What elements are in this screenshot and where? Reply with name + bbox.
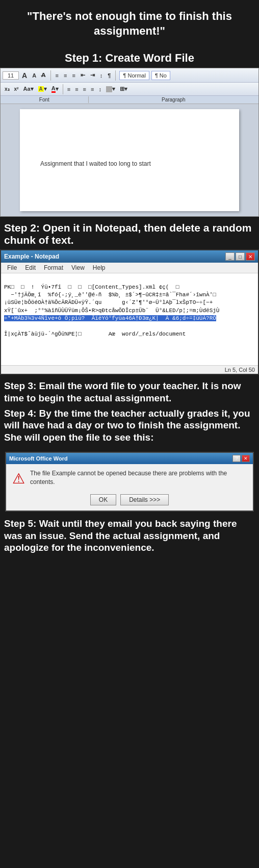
word-content-text: Assignment that I waited too long to sta… (40, 160, 219, 167)
ribbon-row2: x₂ x² Aa▾ A▾ A▾ ≡ ≡ ≡ ≡ ↕ ▾ ⊞▾ (1, 83, 258, 96)
error-body: ⚠ The file Example cannot be opened beca… (6, 464, 253, 492)
font-color-icon[interactable]: A▾ (49, 85, 61, 93)
numbering-icon[interactable]: ≡ (62, 72, 69, 79)
help-menu[interactable]: Help (89, 264, 110, 272)
step1-label: Step 1: Create Word File (0, 43, 259, 68)
error-titlebar: Microsoft Office Word ? ✕ (6, 453, 253, 464)
view-menu[interactable]: View (67, 264, 89, 272)
format-clear-icon[interactable]: A̶ (39, 71, 48, 79)
word-window: 11 A A A̶ ≡ ≡ ≡ ⇤ ⇥ ↕ ¶ ¶ Normal ¶ No x₂… (0, 68, 259, 217)
show-marks-icon[interactable]: ¶ (106, 72, 113, 79)
notepad-menubar: File Edit Format View Help (1, 263, 258, 273)
error-close-button[interactable]: ✕ (242, 455, 250, 462)
error-help-button[interactable]: ? (232, 455, 241, 462)
error-message: The file Example cannot be opened becaus… (30, 469, 247, 487)
justify-icon[interactable]: ≡ (89, 86, 96, 93)
maximize-button[interactable]: □ (236, 252, 245, 261)
close-button[interactable]: ✕ (246, 252, 255, 261)
notepad-window-buttons: _ □ ✕ (225, 252, 255, 261)
page: "There's not enough time to finish this … (0, 0, 259, 567)
increase-indent-icon[interactable]: ⇥ (88, 71, 97, 79)
divider2 (115, 70, 116, 81)
error-dialog-title: Microsoft Office Word (9, 455, 68, 462)
superscript-icon[interactable]: x² (12, 86, 21, 92)
word-page[interactable]: Assignment that I waited too long to sta… (20, 109, 239, 211)
error-warning-icon: ⚠ (12, 470, 25, 487)
font-size-input[interactable]: 11 (3, 71, 19, 80)
subscript-icon[interactable]: x₂ (3, 86, 12, 92)
multilevel-icon[interactable]: ≡ (70, 72, 77, 79)
style-normal[interactable]: ¶ Normal (119, 71, 149, 80)
notepad-title: Example - Notepad (4, 253, 59, 260)
step5-section: Step 5: Wait until they email you back s… (0, 515, 259, 567)
notepad-titlebar: Example - Notepad _ □ ✕ (1, 250, 258, 263)
shading-icon[interactable]: ▾ (104, 85, 117, 93)
line-spacing-icon[interactable]: ↕ (96, 86, 103, 93)
font-label: Aa▾ (21, 85, 35, 93)
step4-text: Step 4: By the time the teacher actually… (4, 407, 255, 444)
align-right-icon[interactable]: ≡ (81, 86, 88, 93)
ribbon-row1: 11 A A A̶ ≡ ≡ ≡ ⇤ ⇥ ↕ ¶ ¶ Normal ¶ No (1, 68, 258, 83)
notepad-line2: −'†jÄÖœ¸î %fó{-;ý¸_è''@é-ñ $%b¸ ±$´>¶−ûC… (4, 292, 219, 314)
notepad-statusbar: Ln 5, Col 50 (1, 365, 258, 374)
error-title-buttons: ? ✕ (232, 455, 250, 462)
error-dialog: Microsoft Office Word ? ✕ ⚠ The file Exa… (5, 452, 254, 512)
quote-section: "There's not enough time to finish this … (0, 0, 259, 43)
decrease-indent-icon[interactable]: ⇤ (79, 71, 87, 79)
align-left-icon[interactable]: ≡ (65, 86, 72, 93)
step3-text: Step 3: Email the word file to your teac… (4, 380, 255, 404)
minimize-button[interactable]: _ (225, 252, 235, 261)
sort-icon[interactable]: ↕ (98, 72, 105, 79)
highlight-icon[interactable]: A▾ (36, 85, 49, 93)
file-menu[interactable]: File (3, 264, 21, 272)
divider1 (50, 70, 51, 81)
notepad-content[interactable]: PK□ □ ! Ýü•7fî □ □ □[Content_Types].xml … (1, 273, 258, 365)
ok-button[interactable]: OK (90, 494, 116, 505)
font-group-label: Font (1, 96, 89, 103)
quote-text: "There's not enough time to finish this … (15, 9, 244, 38)
notepad-window: Example - Notepad _ □ ✕ File Edit Format… (0, 249, 259, 375)
divider3 (63, 84, 63, 94)
notepad-line1: PK□ □ ! Ýü•7fî □ □ □[Content_Types].xml … (4, 284, 179, 290)
details-button[interactable]: Details >>> (120, 494, 169, 505)
word-body: Assignment that I waited too long to sta… (1, 104, 258, 216)
notepad-line5: Î|xçÀT$ˆàüjü-´^gÕü%PE¦□ Aœ word/_rels/do… (4, 331, 186, 337)
step2-label: Step 2: Open it in Notepad, then delete … (0, 217, 259, 249)
border-icon[interactable]: ⊞▾ (118, 85, 130, 93)
bullets-icon[interactable]: ≡ (54, 72, 61, 79)
ribbon-labels: Font Paragraph (1, 96, 258, 104)
style-no-spacing[interactable]: ¶ No (151, 71, 170, 80)
paragraph-group-label: Paragraph (89, 96, 258, 103)
error-dialog-buttons: OK Details >>> (6, 492, 253, 510)
grow-icon[interactable]: A (20, 71, 29, 80)
steps-3-4-section: Step 3: Email the word file to your teac… (0, 375, 259, 449)
notepad-highlight-line: ÷*+MÄb3¼3v4Ñîve+ó Ö;piü? ÃïëYó°fyüa46A†Ð… (4, 315, 216, 321)
step5-text: Step 5: Wait until they email you back s… (4, 518, 255, 554)
shrink-icon[interactable]: A (30, 72, 38, 79)
format-menu[interactable]: Format (40, 264, 67, 272)
edit-menu[interactable]: Edit (21, 264, 40, 272)
align-center-icon[interactable]: ≡ (73, 86, 80, 93)
